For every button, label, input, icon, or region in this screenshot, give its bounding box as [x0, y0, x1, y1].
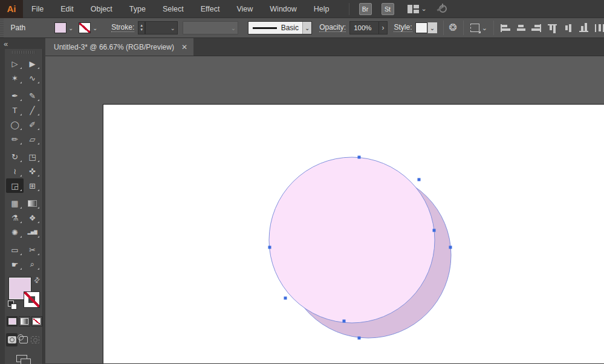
zoom-tool[interactable]: ⌕	[24, 257, 41, 271]
vertical-align-bottom-icon[interactable]	[579, 24, 588, 32]
opacity-field[interactable]: 100%	[349, 21, 379, 34]
perspective-grid-tool[interactable]: ⊞	[24, 178, 41, 193]
stroke-weight-stepper[interactable]: ▲ ▼	[138, 21, 145, 34]
horizontal-align-right-icon[interactable]	[532, 24, 541, 32]
mesh-tool[interactable]: ▦	[6, 196, 24, 210]
paintbrush-tool[interactable]: ✐	[24, 117, 41, 132]
stroke-color-combo[interactable]: ⌄	[79, 21, 99, 34]
gradient-button[interactable]	[19, 316, 30, 327]
artwork-circle-front[interactable]	[269, 157, 435, 323]
column-graph-tool[interactable]: ▂▅▇	[24, 225, 41, 239]
blend-tool[interactable]: ❖	[24, 210, 41, 225]
puppet-warp-tool[interactable]: ✜	[24, 164, 41, 178]
menu-select[interactable]: Select	[154, 0, 192, 18]
none-button[interactable]	[31, 316, 42, 327]
menu-view[interactable]: View	[228, 0, 261, 18]
symbol-sprayer-tool[interactable]: ✺	[6, 225, 24, 239]
gpu-performance-icon[interactable]	[439, 5, 447, 13]
lasso-tool[interactable]: ∿	[24, 71, 41, 85]
horizontal-align-left-icon[interactable]	[501, 24, 510, 32]
swap-fill-stroke-icon[interactable]: ⇄	[32, 275, 42, 285]
anchor-point[interactable]	[418, 178, 421, 181]
bridge-button[interactable]: Br	[359, 3, 372, 15]
chevron-down-icon[interactable]: ⌄	[169, 25, 177, 31]
canvas-pasteboard[interactable]	[45, 56, 604, 363]
horizontal-align-center-icon[interactable]	[516, 24, 525, 32]
width-tool[interactable]: ≀	[6, 164, 24, 178]
recolor-artwork-icon[interactable]: ❂	[449, 23, 457, 33]
pen-tool[interactable]: ✒	[6, 88, 24, 103]
curvature-tool[interactable]: ✎	[24, 88, 41, 103]
tools-panel: ▷▶✶∿✒✎T╱◯✐✏▱↻◳≀✜◲⊞▦⚗❖✺▂▅▇▭✂☛⌕ ⇄	[5, 49, 43, 364]
style-label[interactable]: Style:	[394, 24, 412, 32]
fill-color-swatch[interactable]	[54, 22, 67, 33]
stepper-down-icon[interactable]: ▼	[140, 28, 143, 32]
select-similar-icon[interactable]	[470, 24, 479, 32]
change-screen-mode-icon[interactable]	[16, 355, 31, 364]
panel-grip[interactable]	[0, 18, 4, 37]
anchor-point[interactable]	[433, 229, 436, 232]
close-icon[interactable]: ✕	[181, 43, 187, 51]
align-buttons	[501, 24, 604, 32]
fill-color-combo[interactable]: ⌄	[54, 21, 75, 34]
panel-grip[interactable]	[12, 51, 35, 54]
anchor-point[interactable]	[284, 297, 287, 300]
gradient-tool[interactable]	[24, 196, 41, 210]
default-fill-stroke-icon[interactable]	[8, 301, 17, 310]
draw-behind-button[interactable]	[18, 333, 29, 346]
collapse-panel-icon[interactable]: «	[0, 38, 45, 49]
menu-help[interactable]: Help	[305, 0, 338, 18]
menu-file[interactable]: File	[23, 0, 52, 18]
type-tool[interactable]: T	[6, 103, 24, 117]
magic-wand-tool[interactable]: ✶	[6, 71, 24, 85]
menu-type[interactable]: Type	[121, 0, 154, 18]
rotate-tool[interactable]: ↻	[6, 149, 24, 164]
chevron-down-icon[interactable]: ⌄	[67, 25, 75, 31]
menu-effect[interactable]: Effect	[192, 0, 229, 18]
stepper-up-icon[interactable]: ▲	[140, 24, 143, 28]
anchor-point[interactable]	[449, 246, 452, 249]
eyedropper-tool[interactable]: ⚗	[6, 210, 24, 225]
shaper-tool[interactable]: ✏	[6, 132, 24, 146]
stroke-none-swatch[interactable]	[79, 22, 91, 33]
document-tab[interactable]: Untitled-3* @ 66.67% (RGB/Preview) ✕	[45, 38, 193, 56]
chevron-down-icon[interactable]: ⌄	[427, 22, 437, 33]
scale-tool[interactable]: ◳	[24, 149, 41, 164]
chevron-down-icon[interactable]: ⌄	[482, 25, 487, 31]
vertical-align-top-icon[interactable]	[548, 24, 557, 32]
stroke-swatch-none[interactable]	[24, 291, 40, 308]
vertical-align-center-icon[interactable]	[563, 24, 573, 32]
hand-tool[interactable]: ☛	[6, 257, 24, 271]
stroke-weight-field[interactable]: ⌄	[145, 21, 178, 34]
menu-window[interactable]: Window	[261, 0, 305, 18]
style-swatch[interactable]	[415, 22, 427, 33]
opacity-expand-button[interactable]: ›	[379, 21, 388, 34]
stock-button[interactable]: St	[382, 3, 394, 15]
menu-edit[interactable]: Edit	[52, 0, 82, 18]
brush-definition-dropdown[interactable]: Basic ⌄	[248, 21, 312, 34]
chevron-down-icon[interactable]: ⌄	[421, 5, 427, 12]
fill-stroke-control: ⇄	[7, 276, 40, 310]
color-button[interactable]	[7, 316, 18, 327]
workspace-switcher-icon[interactable]	[408, 5, 419, 13]
eraser-tool[interactable]: ▱	[24, 132, 41, 146]
slice-tool[interactable]: ✂	[24, 242, 41, 257]
direct-selection-tool[interactable]: ▶	[24, 56, 41, 71]
graphic-style-dropdown[interactable]: ⌄	[415, 21, 437, 34]
anchor-point[interactable]	[358, 337, 361, 340]
draw-normal-button[interactable]	[6, 333, 18, 346]
shape-builder-tool[interactable]: ◲	[6, 178, 24, 193]
artboard-tool[interactable]: ▭	[6, 242, 24, 257]
chevron-down-icon[interactable]: ⌄	[302, 22, 311, 34]
selection-tool[interactable]: ▷	[6, 56, 24, 71]
anchor-point[interactable]	[268, 246, 271, 249]
horizontal-distribute-center-icon[interactable]	[595, 24, 604, 32]
anchor-point[interactable]	[358, 156, 361, 159]
line-segment-tool[interactable]: ╱	[24, 103, 41, 117]
anchor-point[interactable]	[343, 320, 346, 323]
stroke-weight-label[interactable]: Stroke:	[111, 24, 134, 32]
opacity-label[interactable]: Opacity:	[319, 24, 346, 32]
ellipse-tool[interactable]: ◯	[6, 117, 24, 132]
menu-object[interactable]: Object	[82, 0, 121, 18]
chevron-down-icon[interactable]: ⌄	[91, 25, 99, 31]
